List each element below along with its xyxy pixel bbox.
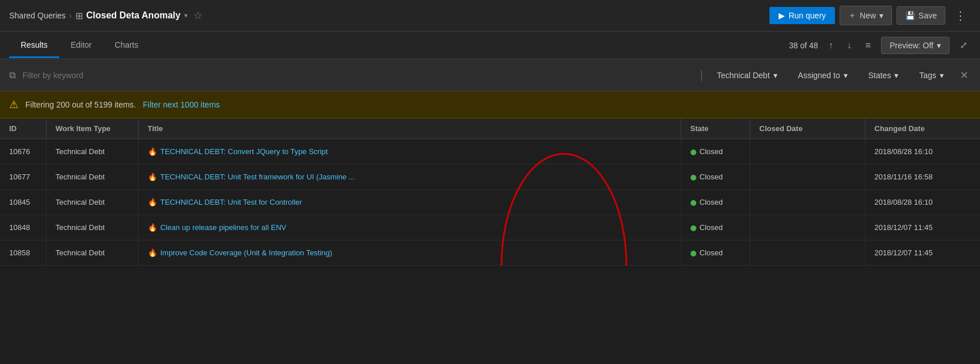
tab-bar: Results Editor Charts 38 of 48 ↑ ↓ ≡ Pre… xyxy=(0,32,980,59)
cell-id: 10845 xyxy=(0,190,46,215)
tags-label: Tags xyxy=(919,71,936,80)
at-chevron: ▾ xyxy=(844,71,848,80)
title-dropdown-chevron[interactable]: ▾ xyxy=(184,12,188,20)
preview-label: Preview: Off xyxy=(890,41,933,50)
cell-state: Closed xyxy=(681,164,750,190)
table-container: ID Work Item Type Title State Closed Dat… xyxy=(0,118,980,266)
state-dot xyxy=(691,175,696,181)
run-icon: ▶ xyxy=(779,11,785,20)
table-body: 10676Technical Debt🔥TECHNICAL DEBT: Conv… xyxy=(0,139,980,266)
col-header-work-item-type[interactable]: Work Item Type xyxy=(46,118,138,139)
run-query-button[interactable]: ▶ Run query xyxy=(769,7,835,24)
cell-closed-date xyxy=(750,139,865,164)
states-filter[interactable]: States ▾ xyxy=(861,67,906,83)
save-icon: 💾 xyxy=(905,11,915,20)
filter-next-link[interactable]: Filter next 1000 items xyxy=(143,100,220,109)
table-header: ID Work Item Type Title State Closed Dat… xyxy=(0,118,980,139)
table-row[interactable]: 10858Technical Debt🔥Improve Code Coverag… xyxy=(0,240,980,266)
states-label: States xyxy=(868,71,891,80)
fire-icon: 🔥 xyxy=(148,173,157,181)
cell-state: Closed xyxy=(681,240,750,266)
tab-editor[interactable]: Editor xyxy=(59,33,104,58)
cell-title: 🔥Clean up release pipelines for all ENV xyxy=(138,215,681,240)
tab-results[interactable]: Results xyxy=(9,33,59,58)
sort-ascending-button[interactable]: ↑ xyxy=(825,38,837,53)
cell-work-item-type: Technical Debt xyxy=(46,164,138,190)
technical-debt-filter[interactable]: Technical Debt ▾ xyxy=(710,67,784,83)
sort-descending-button[interactable]: ↓ xyxy=(844,38,855,53)
state-text: Closed xyxy=(700,248,723,257)
cell-closed-date xyxy=(750,164,865,190)
col-header-closed-date[interactable]: Closed Date xyxy=(750,118,865,139)
state-dot xyxy=(691,200,696,206)
run-query-label: Run query xyxy=(788,11,826,20)
warning-banner: ⚠ Filtering 200 out of 5199 items. Filte… xyxy=(0,91,980,118)
save-label: Save xyxy=(918,11,937,20)
col-header-changed-date[interactable]: Changed Date xyxy=(865,118,980,139)
title-link[interactable]: TECHNICAL DEBT: Unit Test for Controller xyxy=(161,198,302,206)
title-link[interactable]: Improve Code Coverage (Unit & Integratio… xyxy=(161,248,333,257)
title-link[interactable]: Clean up release pipelines for all ENV xyxy=(161,223,287,232)
separator-1: | xyxy=(700,68,703,82)
cell-state: Closed xyxy=(681,139,750,164)
preview-button[interactable]: Preview: Off ▾ xyxy=(881,37,950,54)
new-label: New xyxy=(860,11,876,20)
cell-changed-date: 2018/12/07 11:45 xyxy=(865,240,980,266)
filter-icon: ⧉ xyxy=(9,70,16,81)
state-text: Closed xyxy=(700,198,723,206)
assigned-to-label: Assigned to xyxy=(798,71,840,80)
table-row[interactable]: 10848Technical Debt🔥Clean up release pip… xyxy=(0,215,980,240)
table-row[interactable]: 10676Technical Debt🔥TECHNICAL DEBT: Conv… xyxy=(0,139,980,164)
header-actions: ▶ Run query ＋ New ▾ 💾 Save ⋮ xyxy=(769,6,971,25)
header-bar: Shared Queries › ⊞ Closed Deta Anomaly ▾… xyxy=(0,0,980,32)
technical-debt-label: Technical Debt xyxy=(717,71,770,80)
col-header-title[interactable]: Title xyxy=(138,118,681,139)
warning-icon: ⚠ xyxy=(9,98,18,111)
pagination-info: 38 of 48 xyxy=(789,41,818,50)
more-options-button[interactable]: ⋮ xyxy=(950,6,971,25)
state-dot xyxy=(691,150,696,155)
cell-changed-date: 2018/12/07 11:45 xyxy=(865,215,980,240)
query-title: Closed Deta Anomaly xyxy=(86,10,181,21)
breadcrumb-shared-queries[interactable]: Shared Queries xyxy=(9,11,66,20)
cell-state: Closed xyxy=(681,215,750,240)
cell-id: 10858 xyxy=(0,240,46,266)
results-table: ID Work Item Type Title State Closed Dat… xyxy=(0,118,980,266)
expand-button[interactable]: ⤢ xyxy=(956,37,971,53)
state-text: Closed xyxy=(700,223,723,232)
cell-work-item-type: Technical Debt xyxy=(46,190,138,215)
col-header-state[interactable]: State xyxy=(681,118,750,139)
cell-changed-date: 2018/08/28 16:10 xyxy=(865,139,980,164)
cell-work-item-type: Technical Debt xyxy=(46,240,138,266)
cell-title: 🔥TECHNICAL DEBT: Unit Test for Controlle… xyxy=(138,190,681,215)
table-row[interactable]: 10677Technical Debt🔥TECHNICAL DEBT: Unit… xyxy=(0,164,980,190)
plus-icon: ＋ xyxy=(848,10,856,21)
assigned-to-filter[interactable]: Assigned to ▾ xyxy=(791,67,855,83)
tab-charts[interactable]: Charts xyxy=(103,33,150,58)
preview-chevron: ▾ xyxy=(937,41,941,50)
new-button[interactable]: ＋ New ▾ xyxy=(840,6,892,25)
filter-keyword-input[interactable] xyxy=(22,71,693,80)
tags-filter[interactable]: Tags ▾ xyxy=(912,67,951,83)
fire-icon: 🔥 xyxy=(148,223,157,232)
fire-icon: 🔥 xyxy=(148,147,157,156)
cell-id: 10848 xyxy=(0,215,46,240)
title-link[interactable]: TECHNICAL DEBT: Convert JQuery to Type S… xyxy=(161,147,328,156)
col-header-id[interactable]: ID xyxy=(0,118,46,139)
cell-id: 10677 xyxy=(0,164,46,190)
favorite-icon[interactable]: ☆ xyxy=(193,9,203,22)
breadcrumb-separator: › xyxy=(69,11,72,20)
filter-bar: ⧉ | Technical Debt ▾ Assigned to ▾ State… xyxy=(0,59,980,91)
filter-toggle-button[interactable]: ≡ xyxy=(862,38,874,53)
new-dropdown-chevron: ▾ xyxy=(879,11,883,20)
state-dot xyxy=(691,225,696,231)
title-link[interactable]: TECHNICAL DEBT: Unit Test framework for … xyxy=(161,173,355,181)
states-chevron: ▾ xyxy=(894,71,898,80)
table-wrapper: ID Work Item Type Title State Closed Dat… xyxy=(0,118,980,266)
save-button[interactable]: 💾 Save xyxy=(897,6,945,25)
close-filter-button[interactable]: ✕ xyxy=(958,67,971,84)
state-text: Closed xyxy=(700,147,723,156)
table-row[interactable]: 10845Technical Debt🔥TECHNICAL DEBT: Unit… xyxy=(0,190,980,215)
breadcrumb: Shared Queries › ⊞ Closed Deta Anomaly ▾… xyxy=(9,9,203,22)
cell-title: 🔥Improve Code Coverage (Unit & Integrati… xyxy=(138,240,681,266)
